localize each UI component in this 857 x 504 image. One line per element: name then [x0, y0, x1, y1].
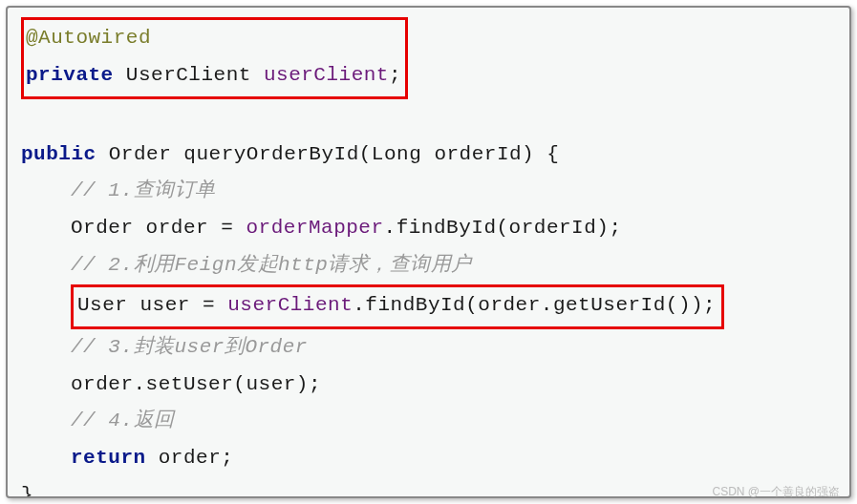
keyword-return: return [71, 447, 146, 469]
comment-4: // 4.返回 [71, 410, 175, 431]
code-line-3: public Order queryOrderById(Long orderId… [21, 136, 836, 174]
watermark: CSDN @一个善良的强盗 [712, 484, 840, 500]
code-block: @Autowired private UserClient userClient… [21, 15, 836, 498]
code-line-2: private UserClient userClient; [26, 57, 401, 94]
annotation-autowired: @Autowired [26, 27, 151, 49]
code-line-9: order.setUser(user); [21, 367, 836, 404]
method-signature: Order queryOrderById(Long orderId) { [96, 143, 560, 165]
stmt-user-c: .findById(order.getUserId()); [353, 294, 716, 316]
comment-1: // 1.查询订单 [71, 179, 216, 201]
code-line-7-wrapper: User user = userClient.findById(order.ge… [21, 284, 836, 329]
comment-2: // 2.利用Feign发起http请求，查询用户 [71, 254, 472, 276]
code-line-5: Order order = orderMapper.findById(order… [21, 210, 836, 247]
highlight-box-userclient-call: User user = userClient.findById(order.ge… [71, 284, 724, 329]
stmt-order-c: .findById(orderId); [384, 217, 622, 239]
type-userclient: UserClient [114, 64, 264, 86]
return-value: order; [146, 447, 234, 469]
stmt-user-a: User user = [77, 294, 227, 316]
field-ordermapper: orderMapper [246, 217, 383, 239]
highlight-box-autowired: @Autowired private UserClient userClient… [21, 17, 408, 99]
code-line-8: // 3.封装user到Order [21, 329, 836, 367]
code-line-11: return order; [21, 440, 836, 477]
stmt-setuser: order.setUser(user); [71, 373, 321, 395]
comment-3: // 3.封装user到Order [71, 336, 308, 358]
semicolon: ; [389, 64, 401, 86]
code-line-6: // 2.利用Feign发起http请求，查询用户 [21, 247, 836, 284]
code-line-1: @Autowired [26, 20, 401, 57]
code-line-10: // 4.返回 [21, 403, 836, 440]
blank-line [21, 99, 836, 136]
field-userclient-call: userClient [227, 294, 353, 316]
code-frame: @Autowired private UserClient userClient… [6, 6, 851, 498]
keyword-public: public [21, 143, 96, 165]
closing-brace: } [21, 484, 33, 498]
keyword-private: private [26, 64, 114, 86]
code-line-4: // 1.查询订单 [21, 173, 836, 210]
stmt-order-a: Order order = [71, 217, 246, 239]
field-userclient: userClient [264, 64, 389, 86]
